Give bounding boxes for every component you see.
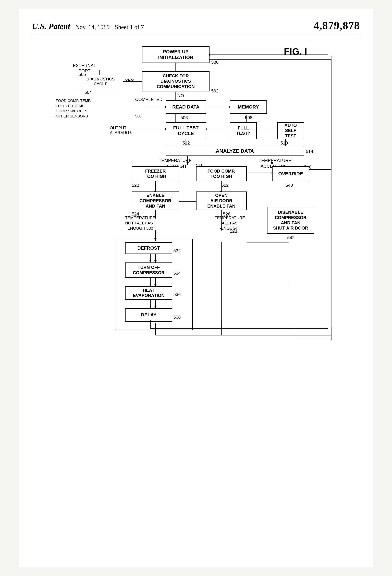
disenable-box: DISENABLECOMPRESSORAND FANSHUT AIR DOOR (267, 207, 314, 234)
patent-page: U.S. Patent Nov. 14, 1989 Sheet 1 of 7 4… (19, 9, 373, 567)
turn-off-comp-box: TURN OFFCOMPRESSOR (125, 262, 172, 278)
full-test-q-box: FULLTEST? (230, 122, 257, 139)
completed-label: COMPLETED (135, 97, 163, 102)
open-air-door-box: OPENAIR DOORENABLE FAN (196, 192, 247, 210)
override-box: OVERRIDE (272, 166, 309, 181)
check-diag-id: 502 (211, 88, 219, 94)
patent-header: U.S. Patent Nov. 14, 1989 Sheet 1 of 7 4… (32, 19, 360, 34)
analyze-data-id: 514 (306, 149, 313, 154)
full-test-cycle-id: 512 (182, 141, 190, 146)
patent-number: 4,879,878 (314, 19, 360, 32)
svg-marker-63 (149, 260, 151, 262)
flowchart: FIG. I POWER UPINITIALIZATION 500 CHECK … (44, 39, 348, 529)
food-comp-too-high-box: FOOD COMP.TOO HIGH (196, 166, 247, 181)
feedback-line (328, 53, 338, 340)
external-port-id: 505 (79, 72, 86, 77)
full-test-cycle-box: FULL TESTCYCLE (166, 122, 206, 139)
temp-fall-ref: 528 (230, 229, 237, 234)
svg-marker-77 (210, 54, 210, 56)
auto-self-test-box: AUTOSELFTEST (277, 122, 304, 139)
arrow-t-h (147, 277, 154, 287)
svg-marker-67 (149, 306, 151, 308)
top-feedback-line (210, 52, 328, 57)
delay-box: DELAY (125, 308, 172, 322)
sensors-label: FOOD COMP. TEMP.FREEZER TEMP.DOOR SWITCH… (56, 98, 91, 119)
analyze-data-box: ANALYZE DATA (166, 146, 304, 156)
freezer-too-high-id: 520 (132, 183, 139, 188)
power-up-box: POWER UPINITIALIZATION (142, 46, 210, 63)
read-data-box: READ DATA (166, 100, 206, 114)
defrost-box: DEFROST (125, 242, 172, 254)
patent-label: U.S. Patent (32, 22, 70, 31)
disenable-id: 542 (287, 235, 295, 240)
food-comp-too-high-id: 522 (221, 183, 229, 188)
svg-marker-65 (149, 284, 151, 286)
output-alarm-label: OUTPUTALARM 513 (110, 126, 132, 135)
arrow-h-d (147, 299, 154, 309)
override-id: 540 (285, 183, 293, 188)
sensors-id: 507 (135, 114, 142, 118)
auto-self-test-id: 510 (280, 141, 288, 146)
diag-cycle-id: 504 (84, 90, 92, 95)
turn-off-comp-id: 534 (173, 271, 181, 276)
memory-box: MEMORY (230, 100, 267, 114)
freezer-too-high-box: FREEZERTOO HIGH (132, 166, 179, 181)
bottom-h-connect (297, 337, 331, 342)
heat-evap-box: HEATEVAPORATION (125, 286, 172, 300)
check-diag-box: CHECK FORDIAGNOSTICSCOMMUNICATION (142, 71, 210, 91)
arrow-d-t (147, 254, 154, 263)
heat-evap-id: 536 (173, 292, 181, 297)
header-sheet: Sheet 1 of 7 (115, 24, 144, 30)
header-date: Nov. 14, 1989 (75, 24, 110, 30)
read-data-id: 506 (180, 115, 188, 120)
no-label: NO (177, 93, 184, 98)
enable-comp-fan-box: ENABLECOMPRESSORAND FAN (132, 192, 179, 210)
defrost-id: 532 (173, 248, 181, 253)
yes-label: YES (125, 78, 134, 83)
memory-id: 508 (245, 115, 252, 120)
delay-id: 538 (173, 315, 181, 320)
power-up-id: 500 (211, 60, 219, 65)
temp-not-fall-label: TEMPERATURENOT FALL FASTENOUGH 530 (117, 215, 164, 231)
